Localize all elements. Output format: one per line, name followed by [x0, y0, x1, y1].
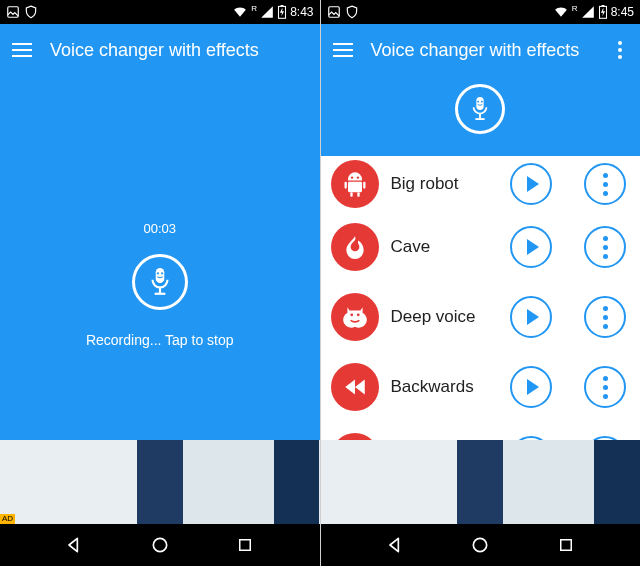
overflow-menu-button[interactable]: [612, 41, 628, 59]
effect-row: Cave: [321, 212, 641, 282]
app-bar: Voice changer with effects: [321, 24, 641, 76]
svg-point-16: [478, 101, 480, 103]
effect-row: Backwards: [321, 352, 641, 422]
signal-roaming-icon: R: [251, 4, 257, 13]
status-bar: R 8:45: [321, 0, 641, 24]
svg-rect-3: [155, 268, 164, 283]
svg-point-23: [350, 176, 352, 178]
svg-rect-12: [601, 5, 604, 6]
svg-point-7: [161, 272, 163, 274]
app-bar: Voice changer with effects: [0, 24, 320, 76]
svg-rect-18: [348, 182, 362, 193]
svg-rect-21: [350, 192, 352, 197]
rewind-icon: [331, 363, 379, 411]
menu-icon[interactable]: [12, 43, 32, 57]
svg-point-8: [153, 538, 166, 551]
svg-point-17: [481, 101, 483, 103]
devil-icon: [331, 293, 379, 341]
effects-list[interactable]: Big robotCaveDeep voiceBackwardsMonster: [321, 156, 641, 450]
recent-apps-button[interactable]: [234, 534, 256, 556]
effect-row: Deep voice: [321, 282, 641, 352]
record-button[interactable]: [455, 84, 505, 134]
app-hero: Voice changer with effects: [321, 24, 641, 156]
battery-charging-icon: [277, 5, 287, 19]
wifi-icon: [553, 5, 569, 19]
svg-rect-31: [560, 540, 571, 551]
recording-timer: 00:03: [143, 221, 176, 236]
microphone-icon: [469, 96, 491, 122]
signal-roaming-icon: R: [572, 4, 578, 13]
back-button[interactable]: [63, 534, 85, 556]
svg-point-30: [474, 538, 487, 551]
svg-rect-20: [363, 182, 365, 189]
svg-rect-10: [328, 7, 339, 18]
more-icon: [603, 173, 608, 196]
status-time: 8:45: [611, 5, 634, 19]
app-title: Voice changer with effects: [371, 40, 580, 61]
svg-rect-13: [477, 97, 484, 110]
navigation-bar: [0, 524, 320, 566]
menu-icon[interactable]: [333, 43, 353, 57]
play-icon: [527, 176, 539, 192]
ad-label: AD: [0, 514, 15, 524]
signal-icon: [260, 5, 274, 19]
svg-point-25: [350, 313, 353, 316]
more-icon: [603, 306, 608, 329]
play-icon: [527, 239, 539, 255]
effect-label: Backwards: [391, 377, 499, 397]
home-button[interactable]: [149, 534, 171, 556]
image-icon: [327, 5, 341, 19]
app-title: Voice changer with effects: [50, 40, 259, 61]
more-options-button[interactable]: [584, 226, 626, 268]
effect-label: Cave: [391, 237, 499, 257]
flame-icon: [331, 223, 379, 271]
back-button[interactable]: [384, 534, 406, 556]
more-icon: [603, 376, 608, 399]
shield-icon: [345, 5, 359, 19]
svg-rect-9: [240, 540, 251, 551]
more-options-button[interactable]: [584, 163, 626, 205]
battery-charging-icon: [598, 5, 608, 19]
wifi-icon: [232, 5, 248, 19]
svg-rect-19: [344, 182, 346, 189]
navigation-bar: [321, 524, 641, 566]
effect-label: Big robot: [391, 174, 499, 194]
effect-label: Deep voice: [391, 307, 499, 327]
more-options-button[interactable]: [584, 366, 626, 408]
svg-point-26: [356, 313, 359, 316]
screenshot-effects: R 8:45 Voice changer with effects: [321, 0, 641, 566]
svg-point-24: [356, 176, 358, 178]
svg-rect-2: [281, 5, 284, 6]
more-icon: [603, 236, 608, 259]
status-bar: R 8:43: [0, 0, 320, 24]
svg-rect-0: [8, 7, 19, 18]
microphone-icon: [147, 267, 173, 297]
home-button[interactable]: [469, 534, 491, 556]
signal-icon: [581, 5, 595, 19]
play-button[interactable]: [510, 366, 552, 408]
svg-point-6: [157, 272, 159, 274]
play-button[interactable]: [510, 163, 552, 205]
status-time: 8:43: [290, 5, 313, 19]
screenshot-recording: R 8:43 Voice changer with effects 00:03: [0, 0, 320, 566]
record-stop-button[interactable]: [132, 254, 188, 310]
effect-row: Big robot: [321, 156, 641, 212]
ad-banner[interactable]: [0, 440, 320, 524]
image-icon: [6, 5, 20, 19]
play-button[interactable]: [510, 226, 552, 268]
recording-panel: 00:03 Recording... Tap to stop: [0, 76, 320, 492]
shield-icon: [24, 5, 38, 19]
recording-status: Recording... Tap to stop: [86, 332, 234, 348]
play-button[interactable]: [510, 296, 552, 338]
play-icon: [527, 309, 539, 325]
more-options-button[interactable]: [584, 296, 626, 338]
ad-banner[interactable]: [321, 440, 641, 524]
play-icon: [527, 379, 539, 395]
recent-apps-button[interactable]: [555, 534, 577, 556]
android-icon: [331, 160, 379, 208]
svg-rect-22: [357, 192, 359, 197]
